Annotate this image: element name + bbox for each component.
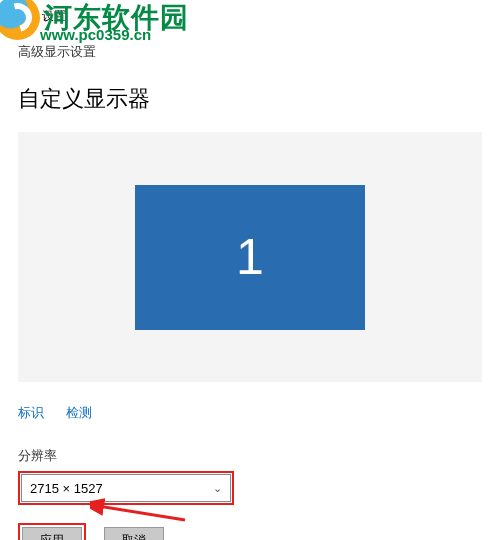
identify-link[interactable]: 标识 [18,405,44,420]
monitor-tile[interactable]: 1 [135,185,365,330]
resolution-value: 2715 × 1527 [30,481,103,496]
back-arrow-icon[interactable]: ← [8,7,24,25]
monitor-number: 1 [236,228,264,286]
header: 高级显示设置 [0,32,500,72]
titlebar: ← 设置 [0,0,500,32]
window-title: 设置 [42,8,66,25]
resolution-select[interactable]: 2715 × 1527 ⌄ [21,474,231,502]
detect-link[interactable]: 检测 [66,405,92,420]
button-row: 应用 取消 [18,523,482,540]
display-links: 标识 检测 [18,404,482,422]
content: 自定义显示器 1 标识 检测 分辨率 2715 × 1527 ⌄ 应用 取消 [0,72,500,540]
display-preview-area: 1 [18,132,482,382]
resolution-label: 分辨率 [18,447,482,465]
chevron-down-icon: ⌄ [213,482,222,495]
cancel-button[interactable]: 取消 [104,527,164,540]
resolution-highlight: 2715 × 1527 ⌄ [18,471,234,505]
apply-highlight: 应用 [18,523,86,540]
page-title: 自定义显示器 [18,84,482,114]
breadcrumb: 高级显示设置 [18,43,96,61]
apply-button[interactable]: 应用 [22,527,82,540]
